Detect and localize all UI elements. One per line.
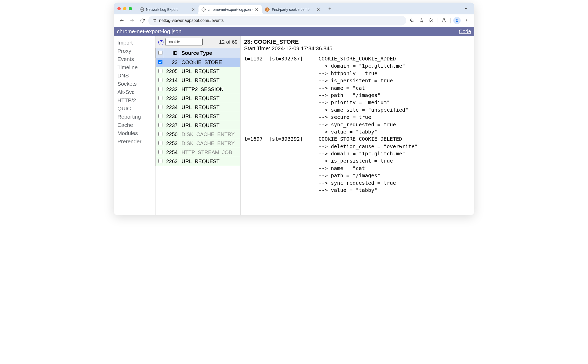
tab-netlog-viewer[interactable]: chrome-net-export-log.json · ✕	[198, 5, 262, 14]
row-source-type: URL_REQUEST	[180, 94, 240, 103]
sidebar-item-dns[interactable]: DNS	[114, 72, 155, 80]
table-row[interactable]: 2234URL_REQUEST	[156, 103, 240, 112]
row-id: 2254	[164, 148, 180, 157]
tab-title: First-party cookie demo	[272, 7, 309, 12]
sidebar-item-events[interactable]: Events	[114, 55, 155, 63]
detail-heading: 23: COOKIE_STORE	[244, 39, 471, 45]
tab-title: chrome-net-export-log.json ·	[208, 7, 253, 12]
browser-toolbar: netlog-viewer.appspot.com/#events	[114, 14, 474, 27]
close-tab-icon[interactable]: ✕	[255, 7, 258, 12]
traffic-lights	[117, 7, 132, 10]
row-checkbox[interactable]	[158, 123, 162, 127]
browser-chrome: Network Log Export ✕ chrome-net-export-l…	[114, 3, 474, 27]
row-checkbox[interactable]	[158, 87, 162, 91]
row-id: 2234	[164, 103, 180, 112]
tab-cookie-demo[interactable]: 🍪 First-party cookie demo ✕	[262, 5, 324, 14]
sidebar-item-modules[interactable]: Modules	[114, 129, 155, 137]
filter-help-link[interactable]: (?)	[158, 39, 164, 45]
row-id: 2250	[164, 130, 180, 139]
filter-input[interactable]	[165, 38, 203, 46]
row-checkbox[interactable]	[158, 69, 162, 73]
svg-line-8	[413, 21, 414, 22]
svg-point-0	[203, 9, 204, 10]
sidebar-item-cache[interactable]: Cache	[114, 121, 155, 129]
bookmark-icon[interactable]	[417, 16, 426, 25]
filter-bar: (?) 12 of 69	[155, 36, 240, 48]
divider	[450, 18, 451, 23]
row-checkbox[interactable]	[158, 60, 162, 64]
row-source-type: COOKIE_STORE	[180, 58, 240, 67]
sidebar-nav: ImportProxyEventsTimelineDNSSocketsAlt-S…	[114, 36, 155, 215]
row-checkbox[interactable]	[158, 96, 162, 100]
close-window-button[interactable]	[117, 7, 121, 10]
site-settings-icon[interactable]	[152, 18, 157, 23]
row-source-type: URL_REQUEST	[180, 121, 240, 130]
reload-button[interactable]	[138, 16, 147, 25]
detail-start-time: Start Time: 2024-12-09 17:34:36.845	[244, 45, 471, 51]
svg-point-14	[466, 19, 467, 20]
tab-title: Network Log Export	[146, 7, 178, 12]
url-text: netlog-viewer.appspot.com/#events	[159, 18, 224, 23]
sidebar-item-alt-svc[interactable]: Alt-Svc	[114, 88, 155, 96]
back-button[interactable]	[117, 16, 126, 25]
row-checkbox[interactable]	[158, 114, 162, 118]
table-row[interactable]: 2236URL_REQUEST	[156, 112, 240, 121]
row-checkbox[interactable]	[158, 150, 162, 154]
extensions-icon[interactable]	[426, 16, 435, 25]
labs-icon[interactable]	[439, 16, 448, 25]
sidebar-item-sockets[interactable]: Sockets	[114, 80, 155, 88]
row-source-type: HTTP2_SESSION	[180, 85, 240, 94]
cookie-icon: 🍪	[265, 7, 270, 12]
table-row[interactable]: 2253DISK_CACHE_ENTRY	[156, 139, 240, 148]
table-row[interactable]: 2237URL_REQUEST	[156, 121, 240, 130]
table-row[interactable]: 23COOKIE_STORE	[156, 58, 240, 67]
column-header-id[interactable]: ID	[164, 48, 180, 58]
forward-button[interactable]	[128, 16, 136, 25]
table-row[interactable]: 2232HTTP2_SESSION	[156, 85, 240, 94]
toolbar-right	[408, 16, 471, 25]
svg-point-13	[456, 19, 457, 21]
row-checkbox[interactable]	[158, 78, 162, 82]
tab-list-dropdown[interactable]	[462, 5, 470, 12]
sidebar-item-quic[interactable]: QUIC	[114, 104, 155, 113]
sidebar-item-prerender[interactable]: Prerender	[114, 137, 155, 146]
row-checkbox[interactable]	[158, 141, 162, 145]
row-checkbox[interactable]	[158, 105, 162, 109]
row-checkbox[interactable]	[158, 132, 162, 136]
close-tab-icon[interactable]: ✕	[192, 7, 195, 12]
address-bar[interactable]: netlog-viewer.appspot.com/#events	[148, 16, 406, 25]
row-id: 2253	[164, 139, 180, 148]
sidebar-item-import[interactable]: Import	[114, 39, 155, 47]
zoom-icon[interactable]	[408, 16, 417, 25]
tab-network-log-export[interactable]: Network Log Export ✕	[137, 5, 198, 14]
globe-icon	[140, 7, 144, 12]
code-link[interactable]: Code	[459, 29, 471, 34]
table-row[interactable]: 2205URL_REQUEST	[156, 67, 240, 76]
new-tab-button[interactable]: ＋	[326, 5, 333, 12]
svg-point-6	[155, 21, 155, 21]
table-row[interactable]: 2250DISK_CACHE_ENTRY	[156, 130, 240, 139]
table-row[interactable]: 2254HTTP_STREAM_JOB	[156, 148, 240, 157]
close-tab-icon[interactable]: ✕	[317, 7, 320, 12]
column-header-source-type[interactable]: Source Type	[180, 48, 240, 58]
sidebar-item-timeline[interactable]: Timeline	[114, 63, 155, 72]
sidebar-item-proxy[interactable]: Proxy	[114, 47, 155, 55]
row-checkbox[interactable]	[158, 159, 162, 163]
maximize-window-button[interactable]	[129, 7, 132, 10]
minimize-window-button[interactable]	[123, 7, 126, 10]
kebab-menu-icon[interactable]	[462, 16, 471, 25]
table-row[interactable]: 2263URL_REQUEST	[156, 157, 240, 166]
svg-point-16	[466, 22, 467, 22]
sidebar-item-http-2[interactable]: HTTP/2	[114, 96, 155, 104]
row-id: 2236	[164, 112, 180, 121]
table-row[interactable]: 2233URL_REQUEST	[156, 94, 240, 103]
profile-button[interactable]	[453, 16, 461, 25]
row-id: 2263	[164, 157, 180, 166]
row-id: 23	[164, 58, 180, 67]
row-id: 2232	[164, 85, 180, 94]
row-id: 2237	[164, 121, 180, 130]
sidebar-item-reporting[interactable]: Reporting	[114, 113, 155, 121]
table-row[interactable]: 2214URL_REQUEST	[156, 76, 240, 85]
select-all-checkbox[interactable]	[158, 51, 162, 55]
divider	[437, 18, 437, 23]
